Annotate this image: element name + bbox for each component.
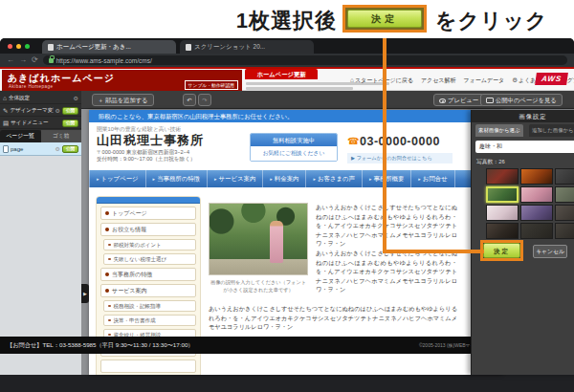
annotation-confirm-button[interactable]: 決定 (347, 10, 422, 28)
logo-badge: サンプル・動作確認用 (185, 80, 238, 90)
redo-icon[interactable]: ↷ (198, 94, 211, 106)
thumbnail-pink-kimono[interactable] (520, 186, 553, 203)
pencil-icon: ✎ (3, 107, 8, 115)
phone-number: 03-0000-0000 (360, 135, 440, 148)
publish-button[interactable]: 公開 (62, 145, 78, 153)
thumbnail-sushi-tray[interactable] (486, 168, 519, 185)
menu-item[interactable]: 税務相談・記帳指導 (103, 300, 196, 312)
gear-icon: ⚙ (512, 76, 518, 83)
preview-button[interactable]: プレビュー (433, 94, 484, 106)
thumbnail-purple-kimono[interactable] (520, 205, 553, 221)
bullet-icon (105, 228, 109, 231)
url-text: https://www.ams-sample.com/cms/ (56, 57, 152, 64)
site-nav-services[interactable]: サービス案内 (207, 170, 262, 187)
site-nav-pricing[interactable]: 料金案内 (262, 170, 305, 187)
site-title: 山田税理士事務所 (97, 132, 204, 149)
thumbnail-white-blossoms[interactable] (486, 205, 519, 221)
menu-item[interactable]: 節税対策のポイント (103, 239, 196, 250)
editor-toolbar: ＋ 部品を追加する ↶ ↷ プレビュー 公開中のページを見る (81, 91, 574, 109)
nav-form-data[interactable]: フォームデータ (463, 76, 504, 85)
form-inquiry-link[interactable]: ▶ フォームからのお問合せはこちら (347, 153, 453, 163)
thumbnail-photo[interactable] (555, 168, 574, 185)
sidebar-item-side-menu[interactable]: ▤ サイドメニュー 公開 (0, 118, 81, 129)
gear-icon[interactable]: ⚙ (74, 95, 78, 101)
gear-icon[interactable]: ⚙ (55, 145, 60, 152)
category-select[interactable]: 趣味・和 ▲▼ (475, 141, 574, 153)
phone-icon: ☎ (347, 136, 359, 146)
page-icon (3, 145, 9, 153)
menu-item-partial[interactable] (100, 359, 196, 373)
page-list-item-selected[interactable]: page ⚙ 公開 (0, 142, 81, 156)
window-close-button[interactable] (8, 44, 12, 49)
bullet-icon (108, 319, 111, 322)
tab-uploaded-images[interactable]: 追加した画像から選ぶ (529, 124, 574, 137)
menu-item[interactable]: サービス案内 (100, 284, 196, 297)
thumbnail-autumn-leaves[interactable] (520, 168, 553, 185)
window-zoom-button[interactable] (25, 44, 30, 49)
add-parts-button[interactable]: ＋ 部品を追加する (92, 94, 154, 106)
browser-tab-active[interactable]: ホームページ更新・あき... (42, 40, 176, 54)
site-nav-contact[interactable]: お問合せ (410, 170, 454, 187)
home-icon: ⌂ (350, 76, 354, 83)
bullet-icon (105, 211, 109, 215)
sidebar-item-design-theme[interactable]: ✎ デザインテーマ変更 ⚙ 公開 (0, 105, 81, 117)
menu-header-bar (97, 197, 200, 204)
menu-item[interactable]: お役立ち情報 (100, 223, 196, 236)
callout-connector-vertical (383, 32, 386, 251)
annotation-text-after: をクリック (435, 7, 548, 35)
publish-button[interactable]: 公開 (62, 107, 78, 115)
footer-contact: 【お問合せ】TEL：03-5388-5985（平日 9:30〜11:30 / 1… (7, 341, 194, 350)
tab-title: スクリーンショット 20... (194, 43, 265, 52)
menu-item[interactable]: トップページ (100, 207, 196, 220)
photo-count: 写真数：26 (476, 158, 505, 166)
website-preview: 節税のことなら、東京都新宿区の山田税理士事務所にお任せください。 開業10年の豊… (89, 110, 502, 375)
tab-page-list[interactable]: ページ一覧 (0, 130, 41, 142)
site-nav-features[interactable]: 当事務所の特徴 (145, 170, 207, 187)
undo-icon[interactable]: ↶ (183, 94, 196, 106)
free-consultation-box: 無料相談実施中 お気軽にご相談ください (250, 133, 338, 162)
akibare-logo[interactable]: あきばれホームページ Akibare Homepage サンプル・動作確認用 (2, 70, 242, 92)
site-nav-voices[interactable]: お客さまの声 (305, 170, 361, 187)
sidebar-collapse-handle[interactable]: ▶ (81, 284, 89, 303)
sidebar-item-global-settings[interactable]: ⌂ 全体設定 ⚙ (0, 93, 81, 104)
site-notice-bar: 節税のことなら、東京都新宿区の山田税理士事務所にお任せください。 (89, 110, 502, 122)
menu-item[interactable]: 失敗しない税理士選び (103, 253, 196, 265)
site-hours: 受付時間：9:00〜17:00（土日祝を除く） (97, 156, 195, 163)
annotation-highlight-box: 決定 (342, 5, 427, 33)
tab-stock-images[interactable]: 素材画像から選ぶ (475, 124, 523, 137)
window-minimize-button[interactable] (16, 44, 21, 49)
reload-icon[interactable]: ⟳ (32, 56, 38, 64)
thumbnail-food-tray[interactable] (486, 223, 519, 239)
thumbnail-photo[interactable] (555, 205, 574, 221)
browser-tab-bar: ホームページ更新・あき... スクリーンショット 20... (0, 38, 574, 54)
url-field[interactable]: https://www.ams-sample.com/cms/ (43, 55, 567, 65)
panel-title: 画像設定 (472, 110, 574, 122)
gear-icon[interactable]: ⚙ (55, 107, 60, 114)
site-nav-bar: トップページ 当事務所の特徴 サービス案内 料金案内 お客さまの声 事務所概要 … (89, 170, 502, 187)
cancel-button[interactable]: キャンセル (533, 245, 567, 258)
thumbnail-garden-kimono-selected[interactable] (486, 186, 519, 203)
browser-window: ホームページ更新・あき... スクリーンショット 20... ← → ⟳ htt… (0, 38, 574, 392)
thumbnail-food-tray[interactable] (520, 223, 553, 239)
back-icon[interactable]: ← (7, 56, 14, 64)
view-published-button[interactable]: 公開中のページを見る (480, 94, 563, 106)
confirm-button[interactable]: 決定 (483, 243, 520, 258)
forward-icon[interactable]: → (19, 56, 27, 64)
sidebar-tabs: ページ一覧 ゴミ箱 (0, 130, 81, 142)
tab-homepage-update[interactable]: ホームページ更新 (245, 69, 318, 79)
page-icon (186, 44, 191, 51)
menu-item[interactable]: 決算・申告書作成 (103, 315, 196, 326)
thumbnail-photo[interactable] (555, 223, 574, 239)
nav-access-analytics[interactable]: アクセス解析 (421, 76, 456, 85)
site-nav-top[interactable]: トップページ (89, 170, 145, 187)
thumbnail-photo[interactable] (555, 186, 574, 203)
brand-logo: AWS (535, 73, 568, 85)
publish-button[interactable]: 公開 (62, 120, 78, 127)
bullet-icon (108, 334, 111, 337)
browser-tab-inactive[interactable]: スクリーンショット 20... (180, 40, 314, 54)
tab-trash[interactable]: ゴミ箱 (41, 130, 82, 142)
content-photo-kimono-garden[interactable] (209, 203, 308, 275)
body-paragraph: あいうえおかきくけこさしすせそたちつてとなにぬねのはひふへほまみむめもやゆよらり… (316, 249, 457, 294)
menu-item[interactable]: 当事務所の特徴 (100, 268, 196, 281)
nav-back-to-start[interactable]: ⌂スタートページに戻る (350, 76, 413, 85)
